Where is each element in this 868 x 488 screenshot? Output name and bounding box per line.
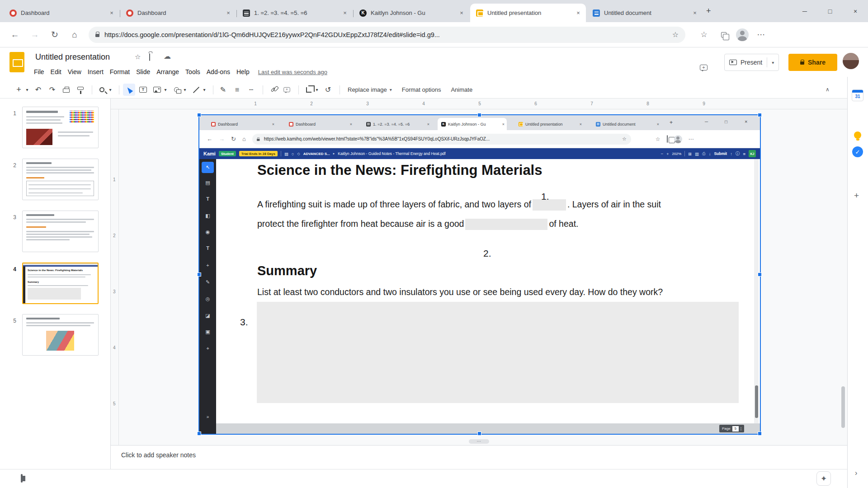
selection-handle-top-center[interactable] [477,113,481,117]
format-options-button[interactable]: Format options [398,84,445,96]
replace-image-button[interactable]: Replace image▾ [344,84,396,96]
slide-textbox-answer-1[interactable]: 1. [541,191,549,202]
selection-handle-top-right[interactable] [758,113,762,117]
last-edit-link[interactable]: Last edit was seconds ago [258,69,327,75]
comment-history-icon[interactable]: + [700,65,708,70]
menu-view[interactable]: View [65,66,85,77]
border-color-button[interactable]: ✎ [217,84,229,96]
image-dropdown-icon[interactable]: ▾ [162,84,169,96]
border-dash-button[interactable]: ┄ [245,84,257,96]
animate-button[interactable]: Animate [447,84,476,96]
back-button[interactable]: ← [7,27,23,42]
window-close-button[interactable]: × [843,0,868,22]
slide-textbox-answer-2[interactable]: 2. [483,248,491,259]
slide-thumbnail-3[interactable] [22,211,99,252]
move-to-folder-icon[interactable] [149,53,150,61]
speaker-notes-placeholder[interactable]: Click to add speaker notes [111,446,847,459]
add-comment-button[interactable]: + [281,84,293,96]
share-button[interactable]: Share [788,54,837,71]
menu-addons[interactable]: Add-ons [203,66,233,77]
paint-format-button[interactable] [74,84,86,96]
menu-file[interactable]: File [31,66,47,77]
canvas-scrollbar-thumb[interactable] [841,386,845,428]
reset-image-button[interactable]: ↺ [322,84,334,96]
slide-thumbnail-2[interactable] [22,159,99,200]
browser-tab-docs[interactable]: Untitled document × [587,4,703,22]
speaker-notes-panel[interactable]: Click to add speaker notes [111,445,847,469]
undo-button[interactable]: ↶ [32,84,44,96]
profile-avatar[interactable] [843,53,859,69]
insert-link-button[interactable] [267,84,279,96]
tab-close-icon[interactable]: × [224,9,232,16]
collapse-panel-icon[interactable]: › [855,469,857,477]
menu-edit[interactable]: Edit [47,66,65,77]
slide-thumbnail-5[interactable] [22,314,99,356]
add-addon-icon[interactable]: + [854,191,859,201]
insert-shape-button[interactable] [170,84,183,96]
new-slide-button[interactable]: + [13,84,25,96]
star-document-icon[interactable]: ☆ [135,53,141,61]
menu-arrange[interactable]: Arrange [153,66,182,77]
present-dropdown-icon[interactable]: ▾ [772,60,774,65]
favorites-icon[interactable]: ☆ [696,27,712,42]
explore-button[interactable]: ✦ [816,471,831,486]
selection-handle-top-left[interactable] [197,113,201,117]
crop-image-button[interactable] [302,84,315,96]
url-field[interactable]: https://docs.google.com/presentation/d/1… [89,27,685,43]
selection-handle-bottom-left[interactable] [197,432,201,436]
selection-handle-bottom-center[interactable] [477,432,481,436]
calendar-icon[interactable]: 31 [852,89,863,101]
redo-button[interactable]: ↷ [46,84,58,96]
document-title[interactable]: Untitled presentation [35,52,110,62]
selection-handle-middle-left[interactable] [197,272,201,277]
bookmark-star-icon[interactable]: ☆ [672,30,679,39]
forward-button[interactable]: → [27,27,42,42]
insert-line-button[interactable] [190,84,202,96]
shape-dropdown-icon[interactable]: ▾ [182,84,188,96]
menu-slide[interactable]: Slide [133,66,153,77]
border-weight-button[interactable]: ≡ [231,84,243,96]
browser-tab-worksheet[interactable]: 1. =2. =3. =4. =5. =6 × [237,4,353,22]
window-minimize-button[interactable]: ─ [792,0,817,22]
filmstrip-view-button[interactable] [21,475,23,482]
mask-image-dropdown-icon[interactable]: ▾ [314,84,320,96]
tab-close-icon[interactable]: × [574,9,582,16]
collections-icon[interactable] [716,27,731,42]
browser-profile-avatar[interactable] [736,28,749,41]
tab-close-icon[interactable]: × [458,9,466,16]
browser-menu-icon[interactable]: ⋯ [753,27,769,42]
menu-tools[interactable]: Tools [182,66,203,77]
menu-help[interactable]: Help [233,66,253,77]
zoom-button[interactable] [96,84,108,96]
slide-thumbnail-4-selected[interactable]: Science in the News: Firefighting Materi… [22,263,99,304]
insert-image-button[interactable] [151,84,163,96]
window-maximize-button[interactable]: □ [817,0,843,22]
select-tool-button[interactable] [123,84,135,96]
browser-tab-dashboard-1[interactable]: Dashboard × [4,4,119,22]
tasks-icon[interactable] [852,146,863,157]
browser-tab-slides-active[interactable]: Untitled presentation × [470,4,586,22]
notes-divider-handle[interactable]: ⋯ [469,439,489,444]
print-button[interactable] [60,84,72,96]
home-button[interactable]: ⌂ [67,27,82,42]
line-dropdown-icon[interactable]: ▾ [201,84,208,96]
textbox-button[interactable] [137,84,149,96]
menu-format[interactable]: Format [107,66,133,77]
browser-tab-dashboard-2[interactable]: Dashboard × [120,4,236,22]
selection-handle-middle-right[interactable] [758,272,762,277]
slide-thumbnail-1[interactable] [22,107,99,148]
slides-logo-icon[interactable] [9,52,24,72]
tab-close-icon[interactable]: × [341,9,349,16]
menu-insert[interactable]: Insert [85,66,107,77]
new-slide-dropdown-icon[interactable]: ▾ [24,84,30,96]
reload-button[interactable]: ↻ [47,27,62,42]
selection-handle-bottom-right[interactable] [758,432,762,436]
tab-close-icon[interactable]: × [108,9,116,16]
new-tab-button[interactable]: + [706,6,711,16]
present-button[interactable]: Present ▾ [724,54,779,71]
hide-menus-button[interactable]: ∧ [826,86,830,93]
browser-tab-kami[interactable]: Kaitlyn Johnson - Gu × [354,4,469,22]
zoom-dropdown-icon[interactable]: ▾ [107,84,113,96]
tab-close-icon[interactable]: × [691,9,699,16]
slide-textbox-answer-3[interactable]: 3. [240,317,248,328]
